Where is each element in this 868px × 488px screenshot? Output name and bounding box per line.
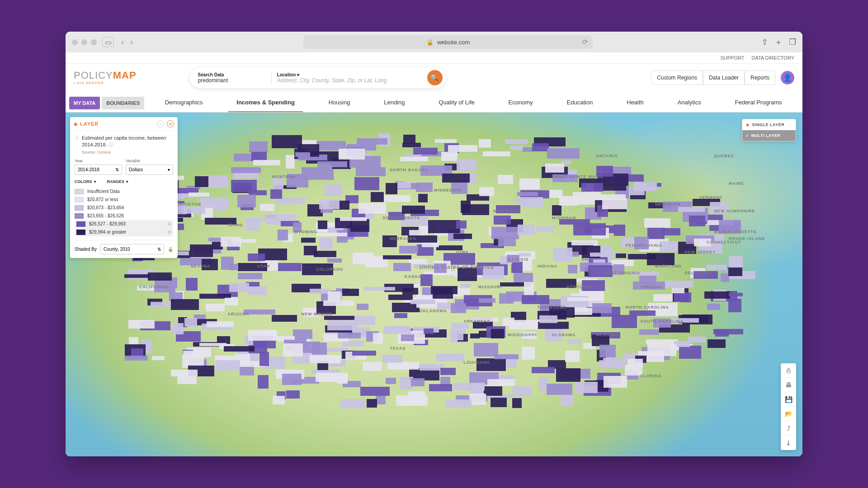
share-tool[interactable]: ⤴	[781, 421, 796, 436]
map-label: OHIO	[581, 257, 594, 262]
save-tool[interactable]: 💾	[781, 392, 796, 407]
map-label: MARYLAND	[655, 264, 682, 268]
map-label: WYOMING	[294, 230, 317, 234]
open-tool[interactable]: 📂	[781, 407, 796, 421]
map-label: ILLINOIS	[508, 257, 528, 262]
remove-bin-icon[interactable]: ⊗	[167, 221, 171, 227]
map-label: GEORGIA	[596, 333, 619, 337]
logo[interactable]: POLICYMAP • DIG DEEPER	[74, 70, 137, 85]
tab-demographics[interactable]: Demographics	[157, 94, 211, 112]
custom-regions-button[interactable]: Custom Regions	[651, 70, 703, 85]
map-label: LOUISIANA	[463, 360, 490, 365]
legend-row[interactable]: $23,655 - $26,526	[75, 212, 173, 220]
tab-my-data[interactable]: MY DATA	[69, 97, 100, 109]
updown-icon: ⇅	[115, 167, 119, 172]
chevron-down-icon: ▾	[126, 179, 128, 184]
map-label: TEXAS	[390, 346, 406, 351]
minimize-window[interactable]	[81, 39, 87, 45]
tab-economy[interactable]: Economy	[500, 94, 541, 112]
search-button[interactable]: 🔍	[427, 70, 443, 85]
colors-toggle[interactable]: COLORS ▾	[75, 179, 96, 184]
map-label: ARIZONA	[228, 312, 250, 316]
share-icon[interactable]: ⇪	[761, 37, 768, 47]
layer-panel: ◆ LAYER − ✕ ☆ Estimated per capita incom…	[70, 117, 178, 258]
lock-icon[interactable]: 🔒	[168, 247, 173, 252]
forward-button[interactable]: ›	[128, 38, 135, 47]
close-window[interactable]	[72, 39, 78, 45]
legend-row[interactable]: $20,873 - $23,654	[75, 204, 173, 212]
diamond-icon: ◆	[746, 122, 750, 127]
tab-quality-of-life[interactable]: Quality of Life	[430, 94, 483, 112]
tab-health[interactable]: Health	[618, 94, 652, 112]
close-panel-icon[interactable]: ✕	[167, 120, 174, 127]
app-header: POLICYMAP • DIG DEEPER Search Data Locat…	[66, 64, 802, 94]
multi-layer-button[interactable]: ≡MULTI LAYER	[742, 130, 796, 141]
map-label: OKLAHOMA	[419, 309, 447, 313]
avatar[interactable]: 👤	[781, 71, 794, 84]
map-label: NEVADA	[191, 264, 210, 268]
logo-text-a: POLICY	[74, 70, 113, 81]
remove-bin-icon[interactable]: ⊗	[167, 229, 171, 235]
map-label: INDIANA	[537, 264, 557, 268]
variable-select[interactable]: Dollars▾	[126, 164, 173, 175]
browser-chrome: ▭ ‹ › 🔒 website.com ⟳ ⇪ ＋ ❐	[66, 32, 802, 52]
chevron-down-icon: ▾	[297, 72, 299, 77]
source-link[interactable]: Census	[97, 150, 111, 155]
legend-row[interactable]: Insufficient Data	[75, 188, 173, 196]
favorite-icon[interactable]: ☆	[75, 135, 79, 141]
url-bar[interactable]: 🔒 website.com ⟳	[303, 35, 593, 49]
shaded-by-select[interactable]: County, 2010⇅	[100, 244, 164, 254]
sidebar-toggle[interactable]: ▭	[102, 37, 114, 47]
data-loader-button[interactable]: Data Loader	[703, 70, 745, 85]
map-label: ARKANSAS	[463, 319, 490, 324]
refresh-icon[interactable]: ⟳	[582, 38, 588, 46]
minimize-panel-icon[interactable]: −	[157, 120, 164, 127]
map-label: WEST VIRGINIA	[604, 271, 641, 275]
source-label: Source:	[82, 150, 96, 155]
tab-analytics[interactable]: Analytics	[670, 94, 709, 112]
legend-row[interactable]: $20,872 or less	[75, 196, 173, 204]
map-label: NORTH DAKOTA	[390, 168, 428, 172]
category-tabs: MY DATA BOUNDARIES Demographics Incomes …	[66, 94, 802, 113]
map-label: Sault Sainte Marie	[552, 174, 604, 179]
map-label: KENTUCKY	[566, 285, 593, 289]
year-select[interactable]: 2014-2018⇅	[75, 164, 122, 175]
layer-panel-body: ☆ Estimated per capita income, between 2…	[70, 131, 178, 258]
tab-incomes-spending[interactable]: Incomes & Spending	[228, 94, 303, 112]
tab-education[interactable]: Education	[559, 94, 601, 112]
tab-lending[interactable]: Lending	[376, 94, 413, 112]
variable-label: Variable	[126, 159, 173, 163]
map-tools: ⎙ 🖶 💾 📂 ⤴ ⤓	[781, 363, 796, 450]
search-location-segment[interactable]: Location ▾ Address, City, County, State,…	[277, 72, 422, 84]
data-directory-link[interactable]: DATA DIRECTORY	[751, 55, 794, 61]
legend-row[interactable]: $29,994 or greater⊗	[75, 228, 173, 236]
map-label: MONTANA	[272, 174, 295, 179]
legend: Insufficient Data$20,872 or less$20,873 …	[75, 188, 173, 236]
back-button[interactable]: ‹	[119, 38, 126, 47]
single-layer-button[interactable]: ◆SINGLE LAYER	[742, 119, 796, 130]
ranges-toggle[interactable]: RANGES ▾	[107, 179, 129, 184]
print-tool[interactable]: 🖶	[781, 378, 796, 392]
search-data-segment[interactable]: Search Data	[198, 72, 266, 84]
download-tool[interactable]: ⤓	[781, 436, 796, 450]
updown-icon: ⇅	[157, 247, 161, 252]
reports-button[interactable]: Reports	[745, 70, 775, 85]
logo-text-b: MAP	[113, 70, 137, 81]
support-link[interactable]: SUPPORT	[720, 55, 744, 61]
zoom-window[interactable]	[91, 39, 97, 45]
tab-boundaries[interactable]: BOUNDARIES	[102, 97, 144, 109]
layer-title: LAYER	[80, 121, 99, 127]
legend-swatch	[75, 197, 84, 202]
info-icon[interactable]: ⓘ	[108, 142, 113, 147]
search-data-input[interactable]	[198, 77, 266, 84]
measure-tool[interactable]: ⎙	[781, 363, 796, 378]
tab-housing[interactable]: Housing	[321, 94, 359, 112]
new-tab-icon[interactable]: ＋	[774, 37, 783, 47]
map-label: SOUTH CAROLINA	[640, 319, 684, 324]
tab-federal-programs[interactable]: Federal Programs	[726, 94, 790, 112]
map-label: QUEBEC	[714, 154, 734, 158]
legend-row[interactable]: $26,527 - $29,993⊗	[75, 220, 173, 228]
tabs-icon[interactable]: ❐	[789, 37, 796, 47]
map-canvas[interactable]: WASHINGTONOREGONIDAHOMONTANANORTH DAKOTA…	[66, 113, 802, 456]
user-icon: 👤	[783, 74, 792, 82]
